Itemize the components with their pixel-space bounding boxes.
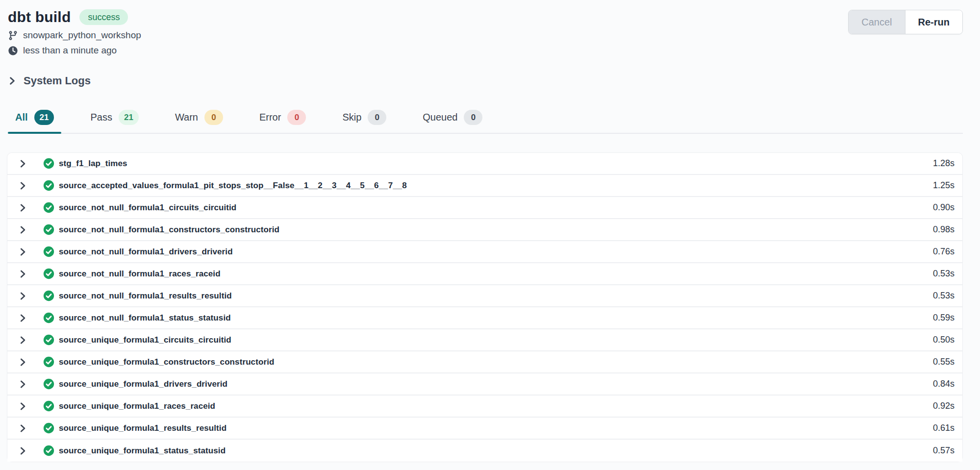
check-circle-icon bbox=[43, 312, 54, 323]
result-name: stg_f1_lap_times bbox=[59, 159, 127, 169]
result-duration: 1.25s bbox=[933, 180, 955, 191]
system-logs-toggle[interactable]: System Logs bbox=[8, 74, 91, 87]
tab-count-badge: 0 bbox=[368, 110, 386, 125]
rerun-button[interactable]: Re-run bbox=[905, 10, 962, 34]
result-name: source_unique_formula1_results_resultid bbox=[59, 423, 226, 433]
branch-name: snowpark_python_workshop bbox=[23, 30, 141, 41]
chevron-right-icon bbox=[8, 76, 17, 85]
check-circle-icon bbox=[43, 158, 54, 169]
tab-pass[interactable]: Pass 21 bbox=[83, 110, 146, 133]
result-duration: 0.50s bbox=[933, 335, 955, 345]
result-row[interactable]: source_unique_formula1_races_raceid 0.92… bbox=[7, 396, 962, 418]
result-row[interactable]: source_not_null_formula1_drivers_driveri… bbox=[7, 241, 962, 263]
check-circle-icon bbox=[43, 445, 54, 456]
result-name: source_not_null_formula1_races_raceid bbox=[59, 269, 221, 279]
check-circle-icon bbox=[43, 202, 54, 213]
tab-label: Error bbox=[259, 112, 281, 123]
tab-error[interactable]: Error 0 bbox=[252, 110, 313, 133]
result-row[interactable]: stg_f1_lap_times 1.28s bbox=[7, 153, 962, 175]
tab-all[interactable]: All 21 bbox=[8, 110, 61, 133]
result-row[interactable]: source_not_null_formula1_races_raceid 0.… bbox=[7, 263, 962, 285]
expand-chevron-icon[interactable] bbox=[18, 225, 27, 234]
expand-chevron-icon[interactable] bbox=[18, 424, 27, 433]
result-name: source_unique_formula1_races_raceid bbox=[59, 401, 215, 411]
expand-chevron-icon[interactable] bbox=[18, 402, 27, 411]
check-circle-icon bbox=[43, 334, 54, 346]
result-row[interactable]: source_accepted_values_formula1_pit_stop… bbox=[7, 175, 962, 197]
expand-chevron-icon[interactable] bbox=[18, 270, 27, 278]
tab-count-badge: 0 bbox=[287, 110, 306, 125]
result-row[interactable]: source_unique_formula1_drivers_driverid … bbox=[7, 373, 962, 396]
title-row: dbt build success bbox=[8, 9, 141, 25]
branch-row: snowpark_python_workshop bbox=[8, 30, 141, 41]
tab-label: All bbox=[15, 112, 28, 123]
run-header: dbt build success snowpark_python_worksh… bbox=[8, 9, 963, 56]
tab-warn[interactable]: Warn 0 bbox=[168, 110, 230, 133]
result-name: source_not_null_formula1_constructors_co… bbox=[59, 225, 279, 235]
expand-chevron-icon[interactable] bbox=[18, 380, 27, 389]
result-name: source_not_null_formula1_status_statusid bbox=[59, 313, 231, 323]
expand-chevron-icon[interactable] bbox=[18, 446, 27, 455]
result-name: source_not_null_formula1_circuits_circui… bbox=[59, 203, 236, 213]
check-circle-icon bbox=[43, 378, 54, 390]
check-circle-icon bbox=[43, 422, 54, 434]
result-duration: 0.61s bbox=[933, 423, 955, 433]
result-duration: 0.84s bbox=[933, 379, 955, 389]
time-row: less than a minute ago bbox=[8, 45, 141, 56]
result-row[interactable]: source_unique_formula1_constructors_cons… bbox=[7, 351, 962, 373]
page-title: dbt build bbox=[8, 9, 71, 25]
result-duration: 0.55s bbox=[933, 357, 955, 367]
result-duration: 0.90s bbox=[933, 202, 955, 213]
check-circle-icon bbox=[43, 400, 54, 412]
expand-chevron-icon[interactable] bbox=[18, 181, 27, 190]
cancel-button[interactable]: Cancel bbox=[849, 10, 905, 34]
tab-skip[interactable]: Skip 0 bbox=[335, 110, 394, 133]
result-row[interactable]: source_not_null_formula1_constructors_co… bbox=[7, 219, 962, 241]
expand-chevron-icon[interactable] bbox=[18, 358, 27, 367]
status-badge: success bbox=[79, 9, 128, 25]
check-circle-icon bbox=[43, 290, 54, 301]
expand-chevron-icon[interactable] bbox=[18, 336, 27, 345]
result-name: source_not_null_formula1_results_resulti… bbox=[59, 291, 232, 301]
result-name: source_not_null_formula1_drivers_driveri… bbox=[59, 247, 233, 257]
result-row[interactable]: source_unique_formula1_status_statusid 0… bbox=[7, 440, 962, 462]
tab-count-badge: 21 bbox=[34, 110, 54, 125]
expand-chevron-icon[interactable] bbox=[18, 314, 27, 322]
tab-count-badge: 0 bbox=[464, 110, 482, 125]
result-duration: 0.57s bbox=[933, 445, 955, 456]
tab-count-badge: 0 bbox=[204, 110, 223, 125]
expand-chevron-icon[interactable] bbox=[18, 247, 27, 256]
result-row[interactable]: source_not_null_formula1_status_statusid… bbox=[7, 307, 962, 329]
result-row[interactable]: source_unique_formula1_circuits_circuiti… bbox=[7, 329, 962, 351]
result-name: source_unique_formula1_status_statusid bbox=[59, 446, 226, 456]
check-circle-icon bbox=[43, 356, 54, 368]
result-duration: 0.92s bbox=[933, 401, 955, 411]
system-logs-label: System Logs bbox=[24, 74, 91, 87]
result-row[interactable]: source_unique_formula1_results_resultid … bbox=[7, 418, 962, 440]
run-actions: Cancel Re-run bbox=[848, 10, 963, 34]
tab-label: Warn bbox=[175, 112, 198, 123]
clock-icon bbox=[8, 46, 18, 56]
result-name: source_unique_formula1_circuits_circuiti… bbox=[59, 335, 231, 345]
git-branch-icon bbox=[8, 30, 18, 41]
result-name: source_unique_formula1_constructors_cons… bbox=[59, 357, 274, 367]
result-row[interactable]: source_not_null_formula1_circuits_circui… bbox=[7, 197, 962, 219]
result-duration: 0.76s bbox=[933, 247, 955, 257]
result-duration: 0.98s bbox=[933, 224, 955, 235]
check-circle-icon bbox=[43, 246, 54, 257]
check-circle-icon bbox=[43, 268, 54, 279]
result-row[interactable]: source_not_null_formula1_results_resulti… bbox=[7, 285, 962, 307]
result-duration: 0.53s bbox=[933, 291, 955, 301]
run-title-block: dbt build success snowpark_python_worksh… bbox=[8, 9, 141, 56]
tab-queued[interactable]: Queued 0 bbox=[415, 110, 490, 133]
expand-chevron-icon[interactable] bbox=[18, 292, 27, 300]
result-duration: 1.28s bbox=[933, 158, 955, 169]
tab-count-badge: 21 bbox=[119, 110, 139, 125]
result-name: source_unique_formula1_drivers_driverid bbox=[59, 379, 227, 389]
result-duration: 0.59s bbox=[933, 313, 955, 323]
expand-chevron-icon[interactable] bbox=[18, 159, 27, 168]
check-circle-icon bbox=[43, 180, 54, 191]
results-list: stg_f1_lap_times 1.28s source_accepted_v… bbox=[7, 152, 963, 462]
result-tabs: All 21 Pass 21 Warn 0 Error 0 Skip 0 bbox=[8, 110, 963, 134]
expand-chevron-icon[interactable] bbox=[18, 203, 27, 212]
